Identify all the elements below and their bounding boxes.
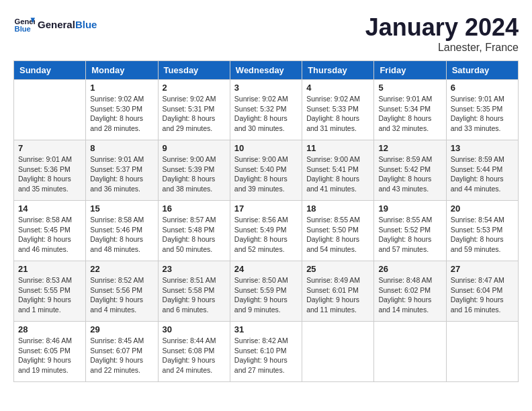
calendar-cell: 23Sunrise: 8:51 AMSunset: 5:58 PMDayligh… <box>158 261 230 322</box>
calendar-cell <box>374 322 446 382</box>
calendar-cell: 11Sunrise: 9:00 AMSunset: 5:41 PMDayligh… <box>302 140 374 201</box>
calendar-cell: 22Sunrise: 8:52 AMSunset: 5:56 PMDayligh… <box>86 261 158 322</box>
day-number: 30 <box>163 324 226 334</box>
weekday-sunday: Sunday <box>14 61 86 80</box>
day-info: Sunrise: 8:55 AMSunset: 5:50 PMDaylight:… <box>306 215 369 255</box>
calendar-cell <box>302 322 374 382</box>
calendar-cell: 1Sunrise: 9:02 AMSunset: 5:30 PMDaylight… <box>86 80 158 140</box>
calendar-cell: 13Sunrise: 8:59 AMSunset: 5:44 PMDayligh… <box>446 140 518 201</box>
weekday-friday: Friday <box>374 61 446 80</box>
day-info: Sunrise: 8:49 AMSunset: 6:01 PMDaylight:… <box>306 275 369 315</box>
calendar-cell: 25Sunrise: 8:49 AMSunset: 6:01 PMDayligh… <box>302 261 374 322</box>
calendar-cell: 18Sunrise: 8:55 AMSunset: 5:50 PMDayligh… <box>302 201 374 261</box>
weekday-monday: Monday <box>86 61 158 80</box>
location: Lanester, France <box>365 42 519 54</box>
day-info: Sunrise: 8:57 AMSunset: 5:48 PMDaylight:… <box>163 215 226 255</box>
day-number: 20 <box>451 203 514 214</box>
logo-text: GeneralBlue <box>38 19 97 30</box>
day-number: 19 <box>378 203 441 214</box>
day-number: 14 <box>18 203 81 214</box>
day-number: 10 <box>234 143 298 153</box>
calendar-cell: 19Sunrise: 8:55 AMSunset: 5:52 PMDayligh… <box>374 201 446 261</box>
day-number: 31 <box>234 324 298 334</box>
weekday-tuesday: Tuesday <box>158 61 230 80</box>
weekday-header-row: SundayMondayTuesdayWednesdayThursdayFrid… <box>14 61 519 80</box>
day-info: Sunrise: 9:02 AMSunset: 5:31 PMDaylight:… <box>163 94 226 134</box>
calendar-cell: 27Sunrise: 8:47 AMSunset: 6:04 PMDayligh… <box>446 261 518 322</box>
day-number: 4 <box>306 83 369 93</box>
day-number: 9 <box>163 143 226 153</box>
day-info: Sunrise: 8:52 AMSunset: 5:56 PMDaylight:… <box>90 275 153 315</box>
calendar-week-5: 28Sunrise: 8:46 AMSunset: 6:05 PMDayligh… <box>14 322 519 382</box>
calendar-week-3: 14Sunrise: 8:58 AMSunset: 5:45 PMDayligh… <box>14 201 519 261</box>
month-title: January 2024 <box>365 13 519 42</box>
calendar-cell <box>14 80 86 140</box>
svg-text:Blue: Blue <box>15 25 31 33</box>
calendar-week-4: 21Sunrise: 8:53 AMSunset: 5:55 PMDayligh… <box>14 261 519 322</box>
day-number: 12 <box>378 143 441 153</box>
logo: General Blue GeneralBlue <box>13 13 97 35</box>
day-number: 5 <box>378 83 441 93</box>
day-number: 23 <box>163 264 226 274</box>
calendar-cell: 16Sunrise: 8:57 AMSunset: 5:48 PMDayligh… <box>158 201 230 261</box>
day-number: 22 <box>90 264 153 274</box>
weekday-wednesday: Wednesday <box>230 61 302 80</box>
day-info: Sunrise: 8:55 AMSunset: 5:52 PMDaylight:… <box>378 215 441 255</box>
day-number: 11 <box>306 143 369 153</box>
calendar-week-2: 7Sunrise: 9:01 AMSunset: 5:36 PMDaylight… <box>14 140 519 201</box>
day-info: Sunrise: 8:58 AMSunset: 5:45 PMDaylight:… <box>18 215 81 255</box>
calendar-cell: 30Sunrise: 8:44 AMSunset: 6:08 PMDayligh… <box>158 322 230 382</box>
day-info: Sunrise: 8:44 AMSunset: 6:08 PMDaylight:… <box>163 336 226 375</box>
weekday-thursday: Thursday <box>302 61 374 80</box>
day-info: Sunrise: 8:45 AMSunset: 6:07 PMDaylight:… <box>90 336 153 375</box>
calendar-cell: 2Sunrise: 9:02 AMSunset: 5:31 PMDaylight… <box>158 80 230 140</box>
weekday-saturday: Saturday <box>446 61 518 80</box>
day-info: Sunrise: 8:50 AMSunset: 5:59 PMDaylight:… <box>234 275 298 315</box>
day-info: Sunrise: 8:42 AMSunset: 6:10 PMDaylight:… <box>234 336 298 375</box>
calendar-cell: 15Sunrise: 8:58 AMSunset: 5:46 PMDayligh… <box>86 201 158 261</box>
page-header: General Blue GeneralBlue January 2024 La… <box>13 13 519 54</box>
day-number: 21 <box>18 264 81 274</box>
day-number: 15 <box>90 203 153 214</box>
day-info: Sunrise: 8:46 AMSunset: 6:05 PMDaylight:… <box>18 336 81 375</box>
day-info: Sunrise: 9:00 AMSunset: 5:41 PMDaylight:… <box>306 154 369 194</box>
calendar-cell: 3Sunrise: 9:02 AMSunset: 5:32 PMDaylight… <box>230 80 302 140</box>
day-info: Sunrise: 8:59 AMSunset: 5:44 PMDaylight:… <box>451 154 514 194</box>
day-number: 26 <box>378 264 441 274</box>
day-info: Sunrise: 9:02 AMSunset: 5:33 PMDaylight:… <box>306 94 369 134</box>
calendar-cell: 28Sunrise: 8:46 AMSunset: 6:05 PMDayligh… <box>14 322 86 382</box>
day-info: Sunrise: 9:02 AMSunset: 5:30 PMDaylight:… <box>90 94 153 134</box>
calendar-table: SundayMondayTuesdayWednesdayThursdayFrid… <box>13 60 519 382</box>
day-number: 6 <box>451 83 514 93</box>
logo-icon: General Blue <box>13 13 35 35</box>
day-info: Sunrise: 8:58 AMSunset: 5:46 PMDaylight:… <box>90 215 153 255</box>
calendar-cell: 9Sunrise: 9:00 AMSunset: 5:39 PMDaylight… <box>158 140 230 201</box>
day-number: 3 <box>234 83 298 93</box>
calendar-cell: 24Sunrise: 8:50 AMSunset: 5:59 PMDayligh… <box>230 261 302 322</box>
calendar-week-1: 1Sunrise: 9:02 AMSunset: 5:30 PMDaylight… <box>14 80 519 140</box>
calendar-cell: 7Sunrise: 9:01 AMSunset: 5:36 PMDaylight… <box>14 140 86 201</box>
day-number: 2 <box>163 83 226 93</box>
day-info: Sunrise: 9:01 AMSunset: 5:36 PMDaylight:… <box>18 154 81 194</box>
day-info: Sunrise: 9:01 AMSunset: 5:37 PMDaylight:… <box>90 154 153 194</box>
day-info: Sunrise: 9:01 AMSunset: 5:34 PMDaylight:… <box>378 94 441 134</box>
day-number: 13 <box>451 143 514 153</box>
calendar-cell: 8Sunrise: 9:01 AMSunset: 5:37 PMDaylight… <box>86 140 158 201</box>
title-block: January 2024 Lanester, France <box>365 13 519 54</box>
day-number: 24 <box>234 264 298 274</box>
day-info: Sunrise: 8:56 AMSunset: 5:49 PMDaylight:… <box>234 215 298 255</box>
calendar-cell: 6Sunrise: 9:01 AMSunset: 5:35 PMDaylight… <box>446 80 518 140</box>
day-number: 18 <box>306 203 369 214</box>
day-info: Sunrise: 9:00 AMSunset: 5:39 PMDaylight:… <box>163 154 226 194</box>
calendar-cell: 14Sunrise: 8:58 AMSunset: 5:45 PMDayligh… <box>14 201 86 261</box>
day-number: 1 <box>90 83 153 93</box>
day-number: 29 <box>90 324 153 334</box>
calendar-cell: 12Sunrise: 8:59 AMSunset: 5:42 PMDayligh… <box>374 140 446 201</box>
day-info: Sunrise: 8:51 AMSunset: 5:58 PMDaylight:… <box>163 275 226 315</box>
day-number: 25 <box>306 264 369 274</box>
calendar-cell: 5Sunrise: 9:01 AMSunset: 5:34 PMDaylight… <box>374 80 446 140</box>
calendar-cell: 17Sunrise: 8:56 AMSunset: 5:49 PMDayligh… <box>230 201 302 261</box>
calendar-cell: 31Sunrise: 8:42 AMSunset: 6:10 PMDayligh… <box>230 322 302 382</box>
day-number: 16 <box>163 203 226 214</box>
day-number: 28 <box>18 324 81 334</box>
